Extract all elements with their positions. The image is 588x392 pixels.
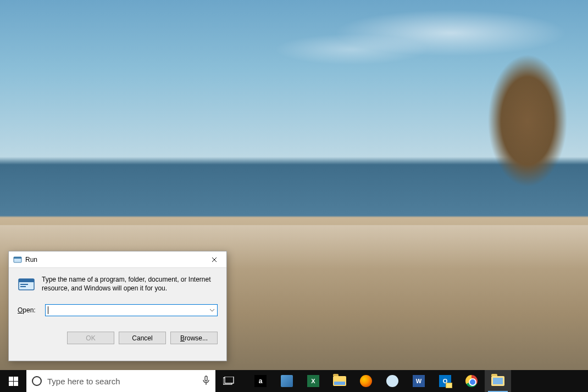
close-button[interactable] — [202, 251, 226, 267]
cortana-icon — [32, 376, 42, 386]
taskbar-app-file-explorer[interactable] — [326, 370, 353, 392]
svg-rect-1 — [14, 257, 21, 259]
search-placeholder: Type here to search — [47, 377, 197, 386]
skype-icon — [386, 375, 398, 387]
svg-rect-4 — [20, 284, 28, 285]
taskbar-app-chrome[interactable] — [458, 370, 485, 392]
windows-icon — [9, 377, 18, 386]
svg-rect-6 — [9, 377, 13, 381]
text-caret — [48, 306, 48, 314]
amazon-icon: a — [254, 375, 267, 387]
taskbar-app-amazon[interactable]: a — [247, 370, 274, 392]
svg-rect-13 — [225, 377, 234, 383]
file-explorer-icon — [491, 376, 504, 386]
excel-icon: X — [307, 375, 319, 387]
svg-rect-9 — [14, 382, 18, 386]
taskbar: Type here to search a X W O — [0, 370, 588, 392]
search-box[interactable]: Type here to search — [26, 370, 215, 392]
svg-rect-10 — [205, 376, 207, 381]
run-titlebar[interactable]: Run — [9, 251, 226, 268]
taskbar-app-excel[interactable]: X — [300, 370, 326, 392]
open-combobox[interactable] — [45, 304, 218, 316]
browse-button[interactable]: Browse... — [170, 332, 218, 344]
taskbar-app-outlook[interactable]: O — [432, 370, 458, 392]
svg-rect-7 — [14, 377, 18, 381]
svg-rect-3 — [19, 279, 34, 282]
cancel-button[interactable]: Cancel — [119, 332, 166, 344]
run-program-icon — [18, 276, 35, 293]
taskbar-app-sticky-notes[interactable] — [274, 370, 300, 392]
sticky-notes-icon — [281, 375, 293, 387]
task-view-button[interactable] — [215, 370, 242, 392]
taskbar-app-skype[interactable] — [379, 370, 406, 392]
file-explorer-icon — [333, 376, 346, 386]
task-view-icon — [223, 377, 234, 385]
run-icon — [13, 255, 22, 264]
chrome-icon — [465, 375, 478, 387]
firefox-icon — [360, 375, 372, 387]
microphone-icon[interactable] — [202, 376, 210, 387]
taskbar-app-firefox[interactable] — [353, 370, 379, 392]
word-icon: W — [413, 375, 425, 387]
taskbar-app-word[interactable]: W — [406, 370, 432, 392]
run-dialog: Run Type the name of a program, folder, … — [8, 251, 227, 361]
start-button[interactable] — [0, 370, 26, 392]
taskbar-app-file-explorer-active[interactable] — [485, 370, 511, 392]
svg-rect-5 — [20, 286, 26, 287]
ok-button[interactable]: OK — [67, 332, 114, 344]
combobox-dropdown-button[interactable] — [207, 305, 217, 316]
outlook-icon: O — [439, 375, 451, 387]
svg-rect-8 — [9, 382, 13, 386]
run-title: Run — [25, 256, 202, 264]
run-description: Type the name of a program, folder, docu… — [42, 276, 218, 293]
open-input[interactable] — [46, 305, 207, 316]
open-label: Open: — [18, 306, 45, 314]
